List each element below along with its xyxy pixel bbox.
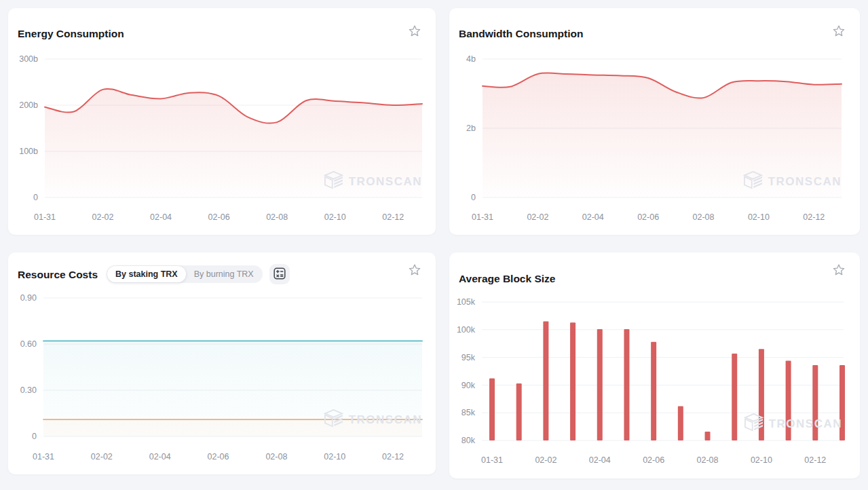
energy-consumption-card: 300b200b100b001-3102-0202-0402-0602-0802…: [8, 8, 436, 235]
bandwidth-consumption-card: 4b2b001-3102-0202-0402-0602-0802-1002-12…: [449, 8, 860, 235]
x-axis-label: 02-12: [803, 212, 825, 222]
bar: [759, 349, 764, 440]
y-axis-label: 95k: [461, 353, 476, 362]
y-axis-label: 80k: [461, 436, 476, 445]
bandwidth-chart: 4b2b001-3102-0202-0402-0602-0802-1002-12: [449, 8, 860, 235]
series-area: [483, 73, 842, 197]
bar: [597, 329, 603, 440]
bar: [651, 342, 656, 440]
x-axis-label: 01-31: [481, 455, 503, 465]
x-axis-label: 02-08: [265, 452, 287, 461]
bar: [786, 360, 791, 440]
bar: [489, 379, 495, 440]
y-axis-label: 0.60: [20, 339, 37, 349]
bar: [732, 354, 737, 440]
y-axis-label: 85k: [461, 408, 476, 417]
x-axis-label: 01-31: [34, 212, 56, 222]
x-axis-label: 02-10: [748, 212, 770, 222]
x-axis-label: 01-31: [472, 212, 493, 222]
y-axis-label: 0.30: [20, 385, 37, 395]
x-axis-label: 02-06: [637, 212, 659, 222]
average-block-size-card: 105k100k95k90k85k80k01-3102-0202-0402-06…: [449, 252, 860, 478]
y-axis-label: 100k: [457, 325, 476, 335]
y-axis-label: 200b: [19, 100, 38, 110]
bar: [543, 322, 548, 440]
favorite-star-icon[interactable]: [409, 264, 421, 276]
resource-costs-chart: 0.900.600.30001-3102-0202-0402-0602-0802…: [8, 252, 436, 474]
favorite-star-icon[interactable]: [833, 25, 845, 37]
x-axis-label: 02-04: [582, 212, 604, 222]
y-axis-label: 105k: [457, 297, 476, 307]
bar: [705, 432, 711, 440]
y-axis-label: 0: [32, 432, 37, 441]
card-header: Energy Consumption: [18, 27, 402, 40]
bar: [570, 322, 575, 440]
bar: [812, 365, 818, 440]
x-axis-label: 02-02: [91, 452, 113, 461]
card-title: Bandwidth Consumption: [459, 27, 583, 40]
bar: [516, 383, 522, 440]
x-axis-label: 02-04: [149, 452, 171, 461]
series-area: [43, 419, 422, 436]
calculator-button[interactable]: [269, 264, 290, 284]
bar: [839, 365, 845, 440]
y-axis-label: 0: [33, 193, 38, 202]
y-axis-label: 90k: [461, 381, 476, 390]
y-axis-label: 0: [471, 193, 476, 202]
x-axis-label: 02-06: [208, 452, 229, 461]
resource-cost-toggle: By staking TRX By burning TRX: [107, 265, 263, 283]
card-title: Energy Consumption: [18, 27, 124, 40]
x-axis-label: 02-12: [382, 452, 404, 461]
x-axis-label: 02-08: [697, 455, 719, 465]
x-axis-label: 02-10: [324, 212, 346, 222]
card-header: Bandwidth Consumption: [459, 27, 826, 40]
x-axis-label: 02-08: [693, 212, 715, 222]
energy-chart: 300b200b100b001-3102-0202-0402-0602-0802…: [8, 8, 436, 235]
favorite-star-icon[interactable]: [409, 25, 421, 37]
card-header: Resource Costs By staking TRX By burning…: [18, 264, 402, 284]
x-axis-label: 02-12: [804, 455, 826, 465]
y-axis-label: 2b: [466, 124, 476, 133]
bar: [624, 329, 629, 440]
x-axis-label: 01-31: [33, 452, 54, 461]
x-axis-label: 02-04: [589, 455, 611, 465]
x-axis-label: 02-04: [150, 212, 172, 222]
y-axis-label: 100b: [19, 147, 38, 156]
favorite-star-icon[interactable]: [833, 264, 845, 276]
x-axis-label: 02-06: [208, 212, 230, 222]
resource-costs-card: 0.900.600.30001-3102-0202-0402-0602-0802…: [8, 252, 436, 474]
card-header: Average Block Size: [459, 272, 826, 285]
x-axis-label: 02-06: [643, 455, 664, 465]
y-axis-label: 4b: [466, 54, 476, 64]
x-axis-label: 02-02: [527, 212, 548, 222]
average-block-size-chart: 105k100k95k90k85k80k01-3102-0202-0402-06…: [449, 252, 860, 478]
card-title: Average Block Size: [459, 272, 555, 285]
bar: [678, 406, 683, 440]
x-axis-label: 02-02: [92, 212, 114, 222]
x-axis-label: 02-10: [324, 452, 345, 461]
x-axis-label: 02-12: [382, 212, 404, 222]
y-axis-label: 300b: [19, 54, 38, 64]
card-title: Resource Costs: [18, 268, 98, 281]
y-axis-label: 0.90: [20, 293, 37, 303]
toggle-by-staking-trx[interactable]: By staking TRX: [107, 266, 186, 282]
x-axis-label: 02-08: [266, 212, 288, 222]
x-axis-label: 02-02: [535, 455, 556, 465]
toggle-by-burning-trx[interactable]: By burning TRX: [186, 266, 262, 282]
x-axis-label: 02-10: [751, 455, 772, 465]
calculator-icon: [273, 267, 286, 282]
